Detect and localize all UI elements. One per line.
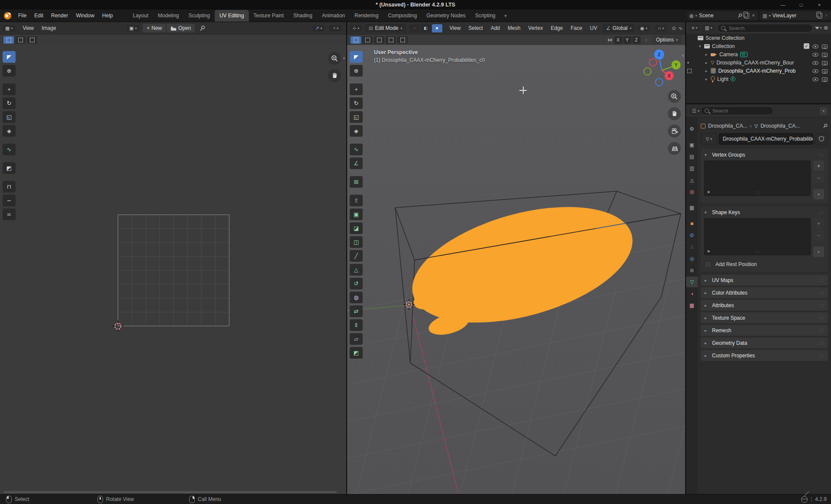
expand-arrow[interactable]: ▸ [704, 52, 709, 57]
unlink-scene-icon[interactable]: × [751, 13, 756, 19]
add-vertex-group-button[interactable]: + [813, 161, 824, 171]
poly-build-tool[interactable]: △ [350, 264, 363, 276]
render-visibility-icon[interactable] [822, 43, 828, 49]
scale-tool[interactable]: ◱ [350, 111, 363, 123]
pin-icon[interactable] [822, 123, 828, 129]
rotate-tool[interactable]: ↻ [350, 97, 363, 109]
eye-icon[interactable] [812, 68, 819, 74]
drag-handle-icon[interactable]: :::: [819, 291, 824, 295]
outliner-row-collection[interactable]: ▾Collection✓ [686, 42, 831, 50]
grab-brush-tool[interactable]: ⊓ [3, 181, 16, 193]
viewport-menu-face[interactable]: Face [567, 23, 586, 33]
properties-tab-physics[interactable]: ◎ [686, 253, 698, 264]
breadcrumb-data[interactable]: Drosophila_CA... [760, 123, 800, 129]
panel-custom-properties[interactable]: ▸Custom Properties:::: [701, 350, 828, 361]
spin-tool[interactable]: ↺ [350, 278, 363, 289]
tweak-select-tool[interactable]: ◤ [3, 51, 16, 63]
properties-options-button[interactable]: ▾ [820, 107, 828, 115]
blender-logo-icon[interactable] [4, 12, 11, 19]
properties-tab-scene[interactable]: ◬ [686, 174, 698, 185]
orthographic-toggle-button[interactable] [668, 142, 681, 155]
drag-handle-icon[interactable]: :::: [819, 353, 824, 358]
new-viewlayer-icon[interactable] [818, 13, 822, 19]
zoom-button[interactable] [328, 52, 341, 65]
transform-orientation-dropdown[interactable]: ∠ Global ▾ [602, 24, 635, 32]
menu-edit[interactable]: Edit [30, 11, 47, 20]
measure-tool[interactable]: ∠ [350, 157, 363, 169]
rip-region-tool[interactable]: ◩ [350, 347, 363, 359]
properties-tab-constraints[interactable]: ⊛ [686, 265, 698, 276]
scale-tool[interactable]: ◱ [3, 111, 16, 123]
add-rest-position-checkbox[interactable] [705, 261, 712, 268]
viewport-menu-uv[interactable]: UV [586, 23, 601, 33]
properties-tab-collection[interactable]: ▦ [686, 202, 698, 213]
list-resize-grip[interactable]: :::: [755, 250, 760, 254]
image-browse-button[interactable]: ▣ ▾ [127, 25, 139, 32]
uv-select-edge-button[interactable] [15, 36, 26, 44]
list-expand-icon[interactable]: ▶ [708, 249, 710, 253]
properties-search[interactable] [701, 106, 773, 115]
workspace-tab-uv-editing[interactable]: UV Editing [215, 10, 249, 22]
shear-tool[interactable]: ▱ [350, 333, 363, 345]
properties-tab-render[interactable]: ▣ [686, 139, 698, 150]
shrink-fatten-tool[interactable]: ⇕ [350, 319, 363, 331]
eye-icon[interactable] [812, 60, 819, 65]
minimize-button[interactable]: — [774, 0, 792, 10]
editor-type-button[interactable]: ☲▾ [689, 108, 702, 114]
uv-select-face-button[interactable] [27, 36, 37, 44]
vertex-groups-list[interactable]: ▶ :::: [704, 161, 811, 196]
list-expand-icon[interactable]: ▶ [708, 190, 710, 194]
expand-arrow[interactable]: ▾ [698, 44, 702, 48]
mode-dropdown[interactable]: ⊡ Edit Mode ▾ [365, 24, 406, 32]
pan-button[interactable] [328, 69, 341, 82]
new-collection-button[interactable]: ⊞ [824, 26, 828, 30]
shape-key-specials-button[interactable]: ▾ [813, 247, 824, 257]
drag-handle-icon[interactable]: :::: [819, 341, 824, 345]
expand-arrow[interactable]: ▸ [704, 77, 709, 81]
pan-button[interactable] [668, 107, 681, 120]
camera-view-button[interactable] [668, 125, 681, 138]
outliner-row-drosophila-caax-mcherry-prob[interactable]: ▸▽Drosophila_CAAX-mCherry_Prob [686, 67, 831, 75]
maximize-button[interactable]: □ [792, 0, 810, 10]
annotate-tool[interactable]: ∿ [350, 144, 363, 155]
workspace-tab-rendering[interactable]: Rendering [350, 10, 383, 22]
add-workspace-button[interactable]: + [500, 10, 511, 22]
viewport-menu-edge[interactable]: Edge [547, 23, 567, 33]
search-input[interactable] [728, 25, 809, 31]
display-mode-button[interactable]: ▥▾ [702, 25, 715, 31]
pin-icon[interactable] [199, 25, 206, 32]
properties-tab-material[interactable]: ◑ [686, 288, 698, 299]
select-mode-intersect-button[interactable] [397, 36, 408, 44]
eye-icon[interactable] [812, 51, 819, 57]
properties-tab-modifiers[interactable]: ⚙ [686, 230, 698, 241]
select-mode-subtract-button[interactable] [374, 36, 384, 44]
falloff-curve-icon[interactable]: ∿ [679, 26, 683, 31]
options-dropdown[interactable]: Options ▾ [652, 35, 682, 44]
properties-tab-particles[interactable]: ∴ [686, 241, 698, 252]
outliner-row-drosophila-caax-mcherry-bour[interactable]: ▸▽Drosophila_CAAX-mCherry_Bour [686, 58, 831, 67]
new-image-button[interactable]: + New [143, 24, 166, 32]
proportional-editing-icon[interactable]: ⊙ [672, 26, 676, 31]
face-select-mode-button[interactable]: ■ [432, 24, 442, 32]
gizmos-toggle[interactable]: ↗▾ [312, 25, 325, 32]
workspace-tab-geometry-nodes[interactable]: Geometry Nodes [422, 10, 470, 22]
transform-tool[interactable]: ◈ [3, 125, 16, 137]
panel-uv-maps[interactable]: ▸UV Maps:::: [701, 275, 828, 286]
loop-cut-tool[interactable]: ◫ [350, 236, 363, 248]
annotate-tool[interactable]: ∿ [3, 144, 16, 155]
edge-select-mode-button[interactable]: ◧ [421, 24, 431, 32]
sidebar-collapse-arrow[interactable]: ‹ [682, 52, 684, 58]
rip-region-tool[interactable]: ◩ [3, 162, 16, 174]
workspace-tab-scripting[interactable]: Scripting [470, 10, 500, 22]
render-visibility-icon[interactable] [822, 60, 828, 65]
viewport-menu-add[interactable]: Add [487, 23, 504, 33]
drag-handle-icon[interactable]: :::: [819, 278, 824, 282]
panel-color-attributes[interactable]: ▸Color Attributes:::: [701, 287, 828, 298]
panel-remesh[interactable]: ▸Remesh:::: [701, 325, 828, 336]
uv-horizontal-scrollbar[interactable] [3, 491, 337, 493]
axis-y-neg[interactable] [644, 68, 651, 75]
datablock-name-field[interactable]: Drosophila_CAAX-mCherry_Probabilitie... [719, 133, 813, 144]
axis-x-neg[interactable] [650, 59, 657, 66]
eye-icon[interactable] [812, 43, 819, 49]
knife-tool[interactable]: ╱ [350, 250, 363, 262]
